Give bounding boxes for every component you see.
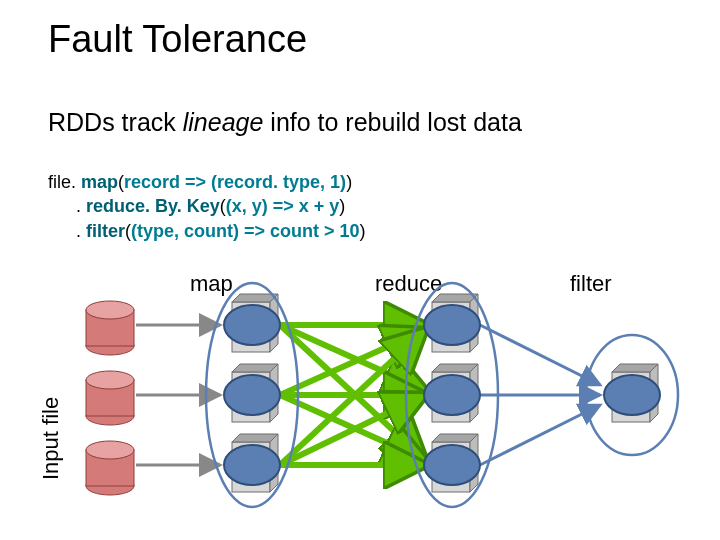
svg-line-10 [280, 325, 425, 390]
input-cylinder-1 [86, 371, 134, 425]
input-cylinder-2 [86, 441, 134, 495]
rdd-reduce-1 [424, 375, 480, 415]
rdd-map-0 [224, 305, 280, 345]
rdd-filter-0 [604, 375, 660, 415]
svg-point-8 [86, 441, 134, 459]
rdd-reduce-2 [424, 445, 480, 485]
arrows-reduce [280, 325, 425, 465]
rdd-map-1 [224, 375, 280, 415]
lineage-diagram [0, 0, 720, 540]
svg-point-2 [86, 301, 134, 319]
svg-line-12 [280, 330, 425, 395]
rdd-reduce-0 [424, 305, 480, 345]
input-cylinder-0 [86, 301, 134, 355]
rdd-map-2 [224, 445, 280, 485]
svg-point-5 [86, 371, 134, 389]
